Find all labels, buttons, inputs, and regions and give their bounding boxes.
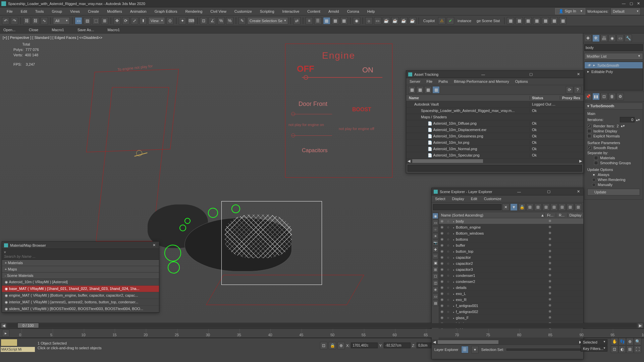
display-tab-icon[interactable]: ▭ bbox=[616, 35, 624, 42]
asset-row[interactable]: 📄 Asteroid_10m_Normal.pngOk bbox=[406, 146, 583, 152]
asset-refresh-icon[interactable]: ⟳ bbox=[566, 86, 573, 94]
utilities-tab-icon[interactable]: 🔧 bbox=[625, 35, 632, 42]
scene-row[interactable]: ◉○⬩ capacitor❄ bbox=[439, 254, 583, 260]
y-coord-input[interactable]: -92,527cm bbox=[384, 343, 411, 348]
asset-row[interactable]: 📄 Asteroid_10m_Displacement.exrOk bbox=[406, 127, 583, 133]
material-search-input[interactable] bbox=[4, 254, 157, 258]
modifier-list-dropdown[interactable]: Modifier List bbox=[584, 53, 643, 60]
scene-row[interactable]: ◉○⬩ Bottom_engine❄ bbox=[439, 224, 583, 230]
material-row[interactable]: ◉ engine_MAT ( VRayMtl ) [Bottom_engine,… bbox=[2, 292, 159, 299]
instance-label[interactable]: instance bbox=[455, 19, 473, 23]
redo-icon[interactable]: ↷ bbox=[11, 17, 18, 24]
selection-filter-dropdown[interactable]: All bbox=[53, 17, 70, 24]
window-crossing-icon[interactable]: ⊞ bbox=[101, 17, 108, 24]
scene-row[interactable]: ◉○⬩ condenser2❄ bbox=[439, 279, 583, 285]
scene-foot-label[interactable]: Layer Explorer bbox=[434, 348, 459, 352]
named-sel-icon[interactable]: ✎ bbox=[238, 17, 246, 24]
quick-open[interactable]: Open... bbox=[3, 28, 15, 32]
maxscript-listener[interactable]: MAXScript Mi bbox=[1, 347, 35, 352]
snap-icon[interactable]: ⊡ bbox=[200, 17, 207, 24]
cat-materials[interactable]: + Materials bbox=[2, 260, 159, 266]
close-icon[interactable]: ✕ bbox=[151, 243, 157, 247]
update-rendering-radio[interactable]: When Rendering bbox=[592, 178, 640, 182]
filter-xrefs-icon[interactable]: ⊞ bbox=[432, 266, 438, 273]
asset-row[interactable]: 📄 Asteroid_10m_Specular.pngOk bbox=[406, 152, 583, 159]
maxscript-listener-toggle[interactable] bbox=[1, 339, 17, 346]
asset-row[interactable]: 📄 Asteroid_10m_Diffuse.pngOk bbox=[406, 120, 583, 127]
asset-tracking-panel[interactable]: Asset Tracking — ▢ ✕ Server File Paths B… bbox=[406, 70, 584, 173]
explicit-normals-check[interactable] bbox=[587, 134, 591, 138]
trackbar[interactable]: ▸ 05101520253035404550556065707580859095… bbox=[0, 328, 644, 338]
extra5-icon[interactable]: ▦ bbox=[542, 17, 549, 24]
render4-icon[interactable]: ☕ bbox=[409, 17, 416, 24]
filter-lights-icon[interactable]: ☀ bbox=[432, 233, 438, 239]
quick-saveas[interactable]: Save As... bbox=[77, 28, 94, 32]
nav-fov-icon[interactable]: ◐ bbox=[619, 346, 626, 353]
menu-content[interactable]: Content bbox=[303, 7, 324, 15]
modifier-turbosmooth[interactable]: 👁▸TurboSmooth bbox=[585, 62, 643, 68]
extra3-icon[interactable]: ▦ bbox=[524, 17, 532, 24]
isoline-check[interactable] bbox=[587, 129, 591, 133]
render2-icon[interactable]: ☕ bbox=[391, 17, 399, 24]
key-selected-dropdown[interactable]: Selected bbox=[581, 339, 607, 345]
nav-pan-icon[interactable]: ✋ bbox=[611, 338, 618, 345]
minimize-icon[interactable]: — bbox=[516, 190, 522, 194]
scene-t3-icon[interactable]: ⊞ bbox=[542, 203, 550, 211]
move-icon[interactable]: ✥ bbox=[113, 17, 121, 24]
filter-geometry-icon[interactable]: ▭ bbox=[432, 220, 438, 226]
scene-row[interactable]: ◉○⬩ f_antigrav002❄ bbox=[439, 309, 583, 315]
extra2-icon[interactable]: ▦ bbox=[516, 17, 523, 24]
create-tab-icon[interactable]: ✚ bbox=[584, 35, 592, 42]
iterations-spinner[interactable]: 0 bbox=[620, 117, 635, 122]
scene-menu-display[interactable]: Display bbox=[452, 197, 464, 201]
menu-grapheditors[interactable]: Graph Editors bbox=[151, 7, 181, 15]
select-rect-icon[interactable]: ⬚ bbox=[92, 17, 100, 24]
nav-walk-icon[interactable]: 👣 bbox=[619, 338, 626, 345]
undo-icon[interactable]: ↶ bbox=[2, 17, 9, 24]
pin-stack-icon[interactable]: 📌 bbox=[584, 93, 592, 100]
align-icon[interactable]: ≡ bbox=[306, 17, 313, 24]
menu-edit[interactable]: Edit bbox=[17, 7, 31, 15]
extra1-icon[interactable]: ▦ bbox=[507, 17, 514, 24]
scene-t4-icon[interactable]: ⊞ bbox=[550, 203, 558, 211]
material-row[interactable]: ◉ base_MAT ( VRayMtl ) [1hand_021, 1hand… bbox=[2, 286, 159, 292]
menu-modifiers[interactable]: Modifiers bbox=[103, 7, 126, 15]
update-button[interactable]: Update bbox=[587, 189, 640, 195]
key-filters-button[interactable]: Key Filters... bbox=[581, 346, 607, 352]
menu-interactive[interactable]: Interactive bbox=[278, 7, 304, 15]
scene-row[interactable]: ◉○⬩ buffer❄ bbox=[439, 242, 583, 248]
scenestat-label[interactable]: ge Scene Stat bbox=[475, 19, 502, 23]
scene-row[interactable]: ◉○⬩ f_antigrav001❄ bbox=[439, 303, 583, 309]
close-icon[interactable]: ✕ bbox=[576, 189, 581, 194]
filter-containers-icon[interactable]: ◫ bbox=[432, 280, 438, 286]
scale-icon[interactable]: ⤢ bbox=[131, 17, 138, 24]
scene-row[interactable]: ◉○⬩ capacitor2❄ bbox=[439, 260, 583, 266]
check-icon[interactable]: ✔ bbox=[447, 17, 454, 24]
scene-filter-icon[interactable]: ▼ bbox=[510, 203, 518, 211]
adaptive-icon[interactable]: ⊕ bbox=[337, 342, 345, 349]
time-next-icon[interactable]: ▶ bbox=[638, 323, 643, 328]
show-end-result-icon[interactable]: ▮▮ bbox=[592, 93, 600, 100]
quick-macro1b[interactable]: Macro1 bbox=[107, 28, 120, 32]
menu-tools[interactable]: Tools bbox=[31, 7, 48, 15]
update-manually-radio[interactable]: Manually bbox=[592, 183, 640, 187]
close-icon[interactable]: ✕ bbox=[576, 72, 581, 76]
motion-tab-icon[interactable]: ◉ bbox=[608, 35, 616, 42]
extra6-icon[interactable]: ▦ bbox=[550, 17, 558, 24]
menu-scripting[interactable]: Scripting bbox=[256, 7, 278, 15]
link-icon[interactable]: ⛓ bbox=[23, 17, 31, 24]
nav-zoomext-icon[interactable]: ⊡ bbox=[611, 346, 618, 353]
time-handle[interactable]: 0 / 100 bbox=[17, 323, 39, 328]
material-row[interactable]: ◉ sliders_MAT ( VRayMtl ) [BOOSTtext002,… bbox=[2, 306, 159, 312]
asset-row[interactable]: Autodesk VaultLogged Out ... bbox=[406, 101, 583, 108]
scene-hscroll[interactable]: ◀▶ bbox=[432, 340, 583, 345]
trackbar-keys-icon[interactable]: ▸ bbox=[2, 329, 9, 337]
scene-list-header[interactable]: Name (Sorted Ascending) ▲ Fr... R... Dis… bbox=[439, 212, 583, 218]
asset-tool1-icon[interactable]: ▦ bbox=[408, 86, 416, 94]
scene-row[interactable]: ◉○⬩ bottons❄ bbox=[439, 236, 583, 242]
ribbon-icon[interactable]: ▦ bbox=[323, 17, 330, 24]
modifier-stack[interactable]: 👁▸TurboSmooth ▸Editable Poly bbox=[584, 62, 643, 90]
selection-set-dropdown[interactable] bbox=[506, 349, 581, 351]
minimize-icon[interactable]: — bbox=[480, 72, 486, 76]
asset-tool3-icon[interactable]: ▦ bbox=[424, 86, 432, 94]
